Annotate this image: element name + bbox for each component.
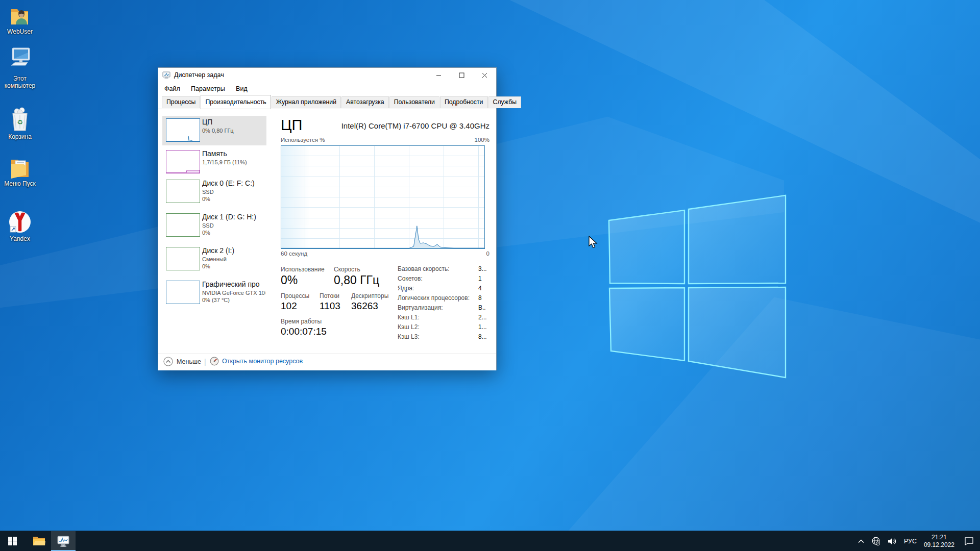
action-center-icon [964, 537, 974, 545]
tab-app-history[interactable]: Журнал приложений [272, 96, 341, 108]
menu-file[interactable]: Файл [160, 83, 185, 95]
menu-view[interactable]: Вид [231, 83, 252, 95]
speed-value: 0,80 ГГц [334, 273, 379, 287]
sidebar-disk1-title: Диск 1 (D: G: H:) [202, 212, 265, 222]
desktop-icon-label: Этот компьютер [0, 75, 40, 89]
disk2-mini-graph [166, 247, 200, 270]
tab-services[interactable]: Службы [488, 96, 522, 108]
menu-options[interactable]: Параметры [186, 83, 230, 95]
close-icon [482, 72, 487, 78]
desktop-icon-label: Меню Пуск [0, 180, 40, 187]
open-resource-monitor-label: Открыть монитор ресурсов [222, 358, 303, 365]
usage-value: 0% [281, 273, 298, 287]
globe-no-internet-icon [871, 537, 880, 546]
base-speed-label: Базовая скорость: [398, 265, 450, 272]
yandex-browser-icon [8, 210, 32, 234]
tray-volume[interactable] [884, 531, 900, 551]
open-resource-monitor-link[interactable]: Открыть монитор ресурсов [210, 357, 303, 366]
graph-x-axis-zero: 0 [486, 251, 489, 257]
graph-x-axis-label: 60 секунд [281, 251, 307, 257]
handles-value: 36263 [351, 300, 378, 312]
maximize-icon [459, 72, 464, 78]
computer-icon [8, 46, 32, 73]
sidebar-item-gpu[interactable]: Графический про NVIDIA GeForce GTX 106 0… [162, 278, 266, 311]
close-button[interactable] [473, 68, 496, 83]
tab-startup[interactable]: Автозагрузка [341, 96, 389, 108]
minimize-button[interactable] [427, 68, 450, 83]
l2-cache-value: 1... [478, 323, 487, 331]
sidebar-memory-stats: 1,7/15,9 ГБ (11%) [202, 159, 265, 166]
taskbar-task-manager-button[interactable] [51, 531, 76, 551]
sidebar-item-memory[interactable]: Память 1,7/15,9 ГБ (11%) [162, 147, 266, 175]
start-button[interactable] [0, 531, 24, 551]
handles-label: Дескрипторы [351, 292, 388, 299]
file-explorer-icon [33, 536, 45, 546]
sidebar-item-cpu[interactable]: ЦП 0% 0,80 ГГц [162, 116, 266, 145]
speaker-icon [888, 537, 897, 545]
documents-folder-icon [9, 157, 31, 179]
desktop-icon-webuser[interactable]: WebUser [0, 6, 40, 35]
memory-mini-graph [166, 150, 200, 173]
title-bar[interactable]: Диспетчер задач [158, 68, 496, 83]
task-manager-icon [162, 71, 170, 80]
window-title: Диспетчер задач [174, 68, 224, 83]
cpu-mini-graph [166, 118, 200, 142]
tray-network-status[interactable] [868, 531, 884, 551]
recycle-bin-icon: ♻ [10, 107, 30, 132]
sidebar-memory-title: Память [202, 149, 265, 159]
tab-processes[interactable]: Процессы [162, 96, 200, 108]
windows-logo [607, 193, 791, 383]
sidebar-disk2-usage: 0% [202, 263, 265, 270]
cores-value: 4 [478, 285, 482, 292]
sidebar-gpu-device: NVIDIA GeForce GTX 106 [202, 289, 265, 296]
desktop-icon-recycle-bin[interactable]: ♻ Корзина [0, 107, 40, 140]
desktop-icon-yandex[interactable]: Yandex [0, 210, 40, 242]
footer-separator: | [204, 358, 206, 366]
disk1-mini-graph [166, 213, 200, 237]
sidebar-item-disk1[interactable]: Диск 1 (D: G: H:) SSD 0% [162, 211, 266, 242]
chevron-up-circle-icon [163, 357, 173, 366]
l1-cache-label: Кэш L1: [398, 314, 420, 321]
taskbar-file-explorer-button[interactable] [27, 531, 51, 551]
sidebar-item-disk2[interactable]: Диск 2 (I:) Сменный 0% [162, 244, 266, 276]
memory-mini-graph-plot [166, 151, 200, 173]
maximize-button[interactable] [450, 68, 473, 83]
sockets-value: 1 [478, 275, 482, 282]
virtualization-label: Виртуализация: [398, 304, 443, 311]
l2-cache-label: Кэш L2: [398, 323, 420, 331]
graph-y-axis-label: Используется % [281, 137, 325, 143]
desktop-icon-label: WebUser [0, 28, 40, 35]
desktop-icon-label: Корзина [0, 133, 40, 140]
sidebar-disk2-title: Диск 2 (I:) [202, 246, 265, 256]
sockets-label: Сокетов: [398, 275, 423, 282]
user-folder-icon [9, 6, 31, 27]
gpu-mini-graph [166, 281, 200, 304]
speed-label: Скорость [334, 266, 360, 273]
desktop-icon-label: Yandex [0, 235, 40, 242]
desktop-icon-this-pc[interactable]: Этот компьютер [0, 46, 40, 89]
sidebar-gpu-usage: 0% (37 °C) [202, 296, 265, 304]
cpu-device-name: Intel(R) Core(TM) i7-6700 CPU @ 3.40GHz [341, 121, 489, 130]
cpu-usage-graph[interactable] [281, 145, 485, 249]
sidebar-disk1-usage: 0% [202, 229, 265, 236]
tray-show-hidden-icons[interactable] [854, 531, 868, 551]
cpu-mini-graph-plot [166, 119, 200, 141]
tab-performance[interactable]: Производительность [201, 95, 271, 109]
desktop-icon-start-menu-folder[interactable]: Меню Пуск [0, 157, 40, 187]
tab-users[interactable]: Пользователи [389, 96, 439, 108]
sidebar-item-disk0[interactable]: Диск 0 (E: F: C:) SSD 0% [162, 177, 266, 209]
l1-cache-value: 2... [478, 314, 487, 321]
footer-bar: Меньше | Открыть монитор ресурсов [158, 354, 496, 370]
sidebar-disk2-type: Сменный [202, 256, 265, 263]
fewer-details-button[interactable]: Меньше [163, 357, 201, 366]
tray-language-indicator[interactable]: РУС [900, 531, 920, 551]
action-center-button[interactable] [958, 531, 980, 551]
tray-clock[interactable]: 21:21 09.12.2022 [920, 531, 958, 551]
menu-bar: Файл Параметры Вид [158, 83, 496, 95]
disk0-mini-graph [166, 180, 200, 203]
uptime-value: 0:00:07:15 [281, 326, 327, 337]
cores-label: Ядра: [398, 285, 414, 292]
tab-details[interactable]: Подробности [440, 96, 488, 108]
sidebar-disk1-type: SSD [202, 222, 265, 229]
sidebar-cpu-title: ЦП [202, 117, 265, 127]
